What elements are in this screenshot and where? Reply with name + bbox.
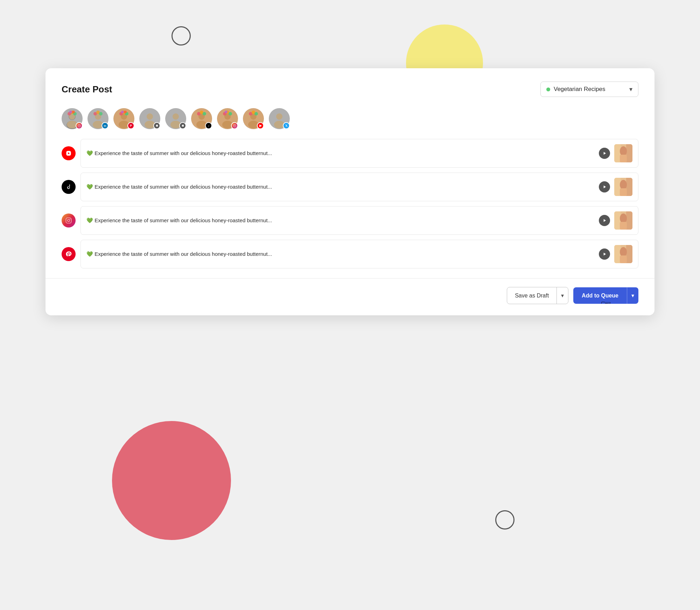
tiktok-badge: ♪ (205, 122, 212, 129)
avatar-2[interactable]: in (88, 108, 108, 129)
channel-selector[interactable]: Vegetarian Recipes ▾ (540, 82, 638, 97)
post-content-pinterest[interactable]: 💚 Experience the taste of summer with ou… (80, 240, 638, 268)
post-rows: 💚 Experience the taste of summer with ou… (62, 139, 638, 268)
svg-point-48 (235, 125, 236, 125)
svg-point-54 (254, 112, 258, 115)
buffer-badge: ▣ (153, 122, 160, 129)
svg-point-47 (234, 125, 235, 126)
post-row-tiktok: 💚 Experience the taste of summer with ou… (62, 173, 638, 201)
play-button-pinterest[interactable] (599, 248, 610, 260)
svg-point-79 (620, 247, 627, 257)
post-thumbnail-youtube (614, 144, 632, 162)
post-row-instagram: 💚 Experience the taste of summer with ou… (62, 206, 638, 235)
avatar-9[interactable]: 𝕏 (269, 108, 290, 129)
svg-point-61 (620, 146, 627, 156)
save-draft-dropdown-button[interactable]: ▾ (556, 287, 568, 304)
channel-name: Vegetarian Recipes (554, 86, 626, 93)
post-thumbnail-instagram (614, 211, 632, 230)
svg-point-44 (229, 112, 232, 115)
pinterest-icon[interactable] (62, 247, 76, 261)
play-button-tiktok[interactable] (599, 181, 610, 192)
svg-point-38 (203, 112, 206, 115)
svg-point-45 (225, 111, 227, 113)
page-title: Create Post (62, 84, 112, 95)
svg-rect-62 (620, 155, 627, 162)
avatar-7[interactable] (217, 108, 238, 129)
post-text-youtube: 💚 Experience the taste of summer with ou… (86, 150, 595, 156)
svg-point-31 (173, 113, 179, 120)
avatar-8[interactable]: ▶ (243, 108, 264, 129)
pinterest-badge: P (127, 122, 134, 129)
avatars-row: in P (62, 108, 638, 129)
svg-point-26 (124, 111, 127, 113)
bg-decoration-red (112, 421, 231, 540)
svg-rect-67 (620, 188, 627, 196)
svg-point-69 (68, 219, 70, 222)
modal-header: Create Post Vegetarian Recipes ▾ (62, 82, 638, 97)
add-to-queue-dropdown-button[interactable]: ▾ (627, 287, 638, 304)
svg-point-25 (121, 111, 124, 113)
post-text-instagram: 💚 Experience the taste of summer with ou… (86, 217, 595, 224)
bg-decoration-outline-top (172, 26, 191, 45)
avatar-5[interactable]: ▣ (165, 108, 186, 129)
svg-rect-65 (626, 178, 632, 196)
svg-rect-60 (626, 144, 632, 162)
add-to-queue-button[interactable]: Add to Queue (573, 288, 627, 304)
svg-rect-59 (614, 144, 621, 162)
svg-point-74 (620, 213, 627, 223)
save-draft-button-group[interactable]: Save as Draft ▾ (507, 287, 568, 304)
create-post-modal: Create Post Vegetarian Recipes ▾ (46, 68, 654, 315)
post-content-tiktok[interactable]: 💚 Experience the taste of summer with ou… (80, 173, 638, 201)
avatar-3[interactable]: P (113, 108, 134, 129)
instagram-icon[interactable] (62, 213, 76, 227)
svg-point-11 (78, 125, 79, 126)
svg-rect-64 (614, 178, 621, 196)
post-row-pinterest: 💚 Experience the taste of summer with ou… (62, 240, 638, 268)
save-draft-button[interactable]: Save as Draft (507, 288, 556, 304)
svg-point-9 (72, 111, 75, 113)
post-content-instagram[interactable]: 💚 Experience the taste of summer with ou… (80, 206, 638, 235)
modal-footer: Save as Draft ▾ Add to Queue ▾ ☞ (46, 279, 654, 315)
svg-rect-80 (620, 255, 627, 263)
buffer-badge-2: ▣ (179, 122, 186, 129)
twitter-badge: 𝕏 (283, 122, 290, 129)
svg-point-28 (147, 113, 153, 120)
add-to-queue-button-group[interactable]: Add to Queue ▾ ☞ (573, 287, 638, 304)
post-text-tiktok: 💚 Experience the taste of summer with ou… (86, 184, 595, 190)
chevron-down-icon: ▾ (629, 85, 632, 93)
post-row-youtube: 💚 Experience the taste of summer with ou… (62, 139, 638, 168)
avatar-4[interactable]: ▣ (139, 108, 160, 129)
post-thumbnail-tiktok (614, 178, 632, 196)
svg-rect-77 (614, 245, 621, 263)
play-button-instagram[interactable] (599, 215, 610, 226)
svg-point-18 (99, 112, 103, 115)
svg-rect-72 (614, 211, 621, 230)
svg-rect-75 (620, 222, 627, 230)
avatar-6[interactable]: ♪ (191, 108, 212, 129)
svg-rect-68 (66, 218, 71, 223)
post-content-youtube[interactable]: 💚 Experience the taste of summer with ou… (80, 139, 638, 168)
youtube-icon[interactable] (62, 146, 76, 160)
avatar-1[interactable] (62, 108, 83, 129)
svg-rect-73 (626, 211, 632, 230)
play-button-youtube[interactable] (599, 148, 610, 159)
instagram-badge-2 (231, 122, 238, 129)
svg-point-8 (69, 111, 72, 113)
svg-point-12 (80, 125, 80, 125)
svg-point-66 (620, 180, 627, 190)
svg-rect-78 (626, 245, 632, 263)
instagram-badge (76, 122, 83, 129)
post-thumbnail-pinterest (614, 245, 632, 263)
svg-point-70 (70, 219, 70, 219)
tiktok-icon[interactable] (62, 180, 76, 194)
post-text-pinterest: 💚 Experience the taste of summer with ou… (86, 251, 595, 257)
channel-status-dot (546, 87, 550, 91)
youtube-badge: ▶ (257, 122, 264, 129)
svg-point-56 (276, 113, 282, 120)
linkedin-badge: in (102, 122, 108, 129)
bg-decoration-outline-bottom (495, 510, 514, 530)
